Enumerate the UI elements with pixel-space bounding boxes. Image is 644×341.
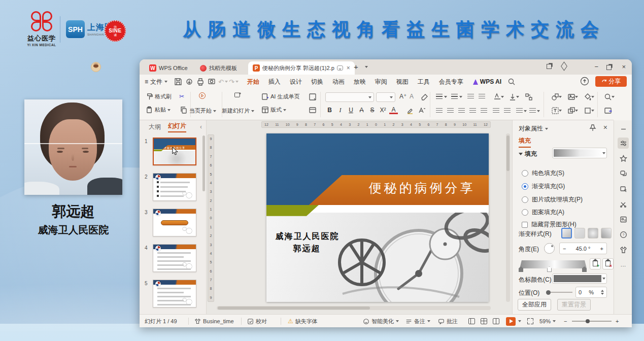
redo-icon[interactable]: ↷ bbox=[229, 78, 234, 86]
new-slide-icon[interactable] bbox=[234, 91, 242, 99]
hide-panel-icon[interactable] bbox=[618, 123, 629, 134]
angle-minus-button[interactable]: − bbox=[563, 246, 566, 252]
ai-generate-page-button[interactable]: AI 生成单页 bbox=[261, 93, 299, 100]
insert-image-icon[interactable] bbox=[567, 93, 575, 101]
font-name-select[interactable] bbox=[325, 92, 374, 102]
font-button-a[interactable]: A bbox=[389, 107, 398, 114]
section-icon[interactable] bbox=[309, 106, 317, 114]
horizontal-scrollbar[interactable] bbox=[217, 306, 491, 310]
effects-star-icon[interactable] bbox=[618, 153, 629, 164]
char-spacing-icon[interactable] bbox=[493, 93, 501, 101]
print-icon[interactable] bbox=[196, 78, 205, 86]
bullet-list-icon[interactable] bbox=[436, 94, 443, 99]
normal-view-icon[interactable] bbox=[468, 315, 475, 328]
fullscreen-icon[interactable] bbox=[527, 315, 533, 328]
slide-settings-icon[interactable] bbox=[604, 107, 612, 115]
phonetic-guide-icon[interactable] bbox=[418, 107, 426, 115]
position-spinner[interactable] bbox=[601, 290, 604, 295]
fill-option-1[interactable]: 渐变填充(G) bbox=[522, 182, 565, 191]
new-slide-button[interactable]: 新建幻灯片 bbox=[222, 107, 254, 115]
font-button-s[interactable]: S bbox=[368, 107, 377, 114]
missing-font-warning[interactable]: ⚠ 缺失字体 bbox=[288, 315, 318, 328]
comment-bubble-icon[interactable] bbox=[337, 65, 343, 71]
pin-icon[interactable] bbox=[589, 124, 596, 133]
notes-button[interactable]: 备注 bbox=[405, 315, 430, 328]
decrease-indent-icon[interactable] bbox=[467, 94, 474, 99]
undo-icon[interactable]: ↶ bbox=[218, 78, 224, 86]
zoom-slider[interactable] bbox=[572, 315, 612, 328]
checkbox-icon[interactable] bbox=[522, 222, 528, 228]
slide-thumbnail-1[interactable]: 便秘的病例分享 bbox=[153, 138, 196, 165]
increase-font-icon[interactable]: A⁺ bbox=[399, 93, 406, 100]
font-button-u[interactable]: U bbox=[347, 107, 355, 114]
gradient-preview-dropdown[interactable] bbox=[552, 148, 607, 158]
font-button-a[interactable]: A bbox=[357, 107, 366, 114]
format-painter-button[interactable]: 格式刷 bbox=[146, 93, 172, 100]
select-pane-icon[interactable] bbox=[309, 93, 317, 101]
align-left-icon[interactable] bbox=[436, 108, 443, 114]
copy-window-icon[interactable] bbox=[547, 63, 552, 71]
toolbox-icon[interactable] bbox=[618, 198, 629, 210]
slideshow-play-button[interactable] bbox=[506, 315, 516, 328]
gradient-style-radial[interactable] bbox=[588, 228, 598, 238]
minimize-button[interactable]: − bbox=[594, 63, 598, 71]
comments-button[interactable]: 批注 bbox=[438, 315, 458, 328]
menu-item-8[interactable]: 工具 bbox=[413, 75, 434, 89]
cloud-upload-icon[interactable] bbox=[580, 77, 589, 87]
reset-background-button[interactable]: 重置背景 bbox=[557, 299, 591, 311]
tab-outline[interactable]: 大纲 bbox=[149, 123, 161, 131]
play-from-page-button[interactable]: 当页开始 bbox=[189, 107, 216, 115]
slides-panel-scrollbar[interactable] bbox=[202, 135, 205, 191]
font-button-x²[interactable]: X² bbox=[379, 107, 387, 114]
gradient-stops-bar[interactable] bbox=[520, 260, 587, 268]
remove-gradient-stop-button[interactable]: × bbox=[602, 258, 614, 269]
menu-item-6[interactable]: 审阅 bbox=[370, 75, 392, 89]
gradient-style-linear[interactable] bbox=[561, 228, 572, 238]
slide-sorter-view-icon[interactable] bbox=[481, 315, 487, 328]
help-icon[interactable]: ? bbox=[618, 229, 629, 240]
angle-dial[interactable] bbox=[544, 243, 555, 254]
slideshow-options-caret[interactable] bbox=[518, 315, 521, 328]
paste-button[interactable]: 粘贴 bbox=[146, 106, 171, 114]
align-right-icon[interactable] bbox=[458, 108, 465, 114]
slide-thumbnail-5[interactable] bbox=[153, 280, 196, 308]
cut-icon[interactable]: ✂ bbox=[179, 93, 184, 100]
search-icon[interactable] bbox=[507, 78, 516, 86]
menu-item-3[interactable]: 切换 bbox=[307, 75, 328, 89]
layout-button[interactable]: 版式 bbox=[261, 106, 286, 114]
smart-beautify-button[interactable]: 智能美化 bbox=[363, 315, 399, 328]
decrease-font-icon[interactable]: A bbox=[410, 93, 414, 100]
file-menu[interactable]: ≡ 文件 bbox=[140, 78, 173, 86]
position-slider[interactable] bbox=[546, 292, 572, 293]
user-avatar[interactable] bbox=[91, 62, 101, 72]
tab-active-document[interactable]: P 便秘的病例分享 郭远超(1)2.p × bbox=[248, 61, 355, 75]
menu-item-1[interactable]: 插入 bbox=[264, 75, 285, 89]
fill-option-3[interactable]: 图案填充(A) bbox=[522, 208, 564, 217]
radio-icon[interactable] bbox=[522, 196, 528, 203]
close-tab-icon[interactable]: × bbox=[347, 64, 350, 72]
copy-icon[interactable] bbox=[180, 106, 188, 114]
text-highlight-icon[interactable] bbox=[406, 107, 414, 115]
align-center-icon[interactable] bbox=[447, 108, 454, 114]
line-spacing-up-icon[interactable] bbox=[493, 108, 499, 114]
radio-icon[interactable] bbox=[522, 170, 528, 177]
comments-panel-icon[interactable] bbox=[618, 168, 629, 179]
restore-button[interactable] bbox=[606, 64, 612, 72]
fill-color-icon[interactable] bbox=[584, 93, 592, 101]
find-replace-icon[interactable] bbox=[604, 93, 612, 101]
gradient-style-2[interactable] bbox=[574, 228, 585, 238]
radio-icon[interactable] bbox=[522, 209, 528, 216]
zoom-level[interactable]: 59% bbox=[539, 315, 556, 328]
menu-item-2[interactable]: 设计 bbox=[285, 75, 307, 89]
close-panel-icon[interactable]: × bbox=[603, 123, 607, 131]
fill-option-0[interactable]: 纯色填充(S) bbox=[522, 169, 564, 178]
clear-format-icon[interactable] bbox=[420, 93, 428, 101]
arrange-icon[interactable] bbox=[567, 107, 575, 115]
save-icon[interactable] bbox=[174, 78, 182, 86]
justify-icon[interactable] bbox=[469, 108, 476, 114]
shape-outline-icon[interactable] bbox=[584, 107, 592, 115]
export-icon[interactable] bbox=[185, 78, 193, 86]
line-spacing-down-icon[interactable] bbox=[504, 108, 511, 114]
menu-item-7[interactable]: 视图 bbox=[392, 75, 413, 89]
tab-slides[interactable]: 幻灯片 bbox=[168, 122, 186, 132]
